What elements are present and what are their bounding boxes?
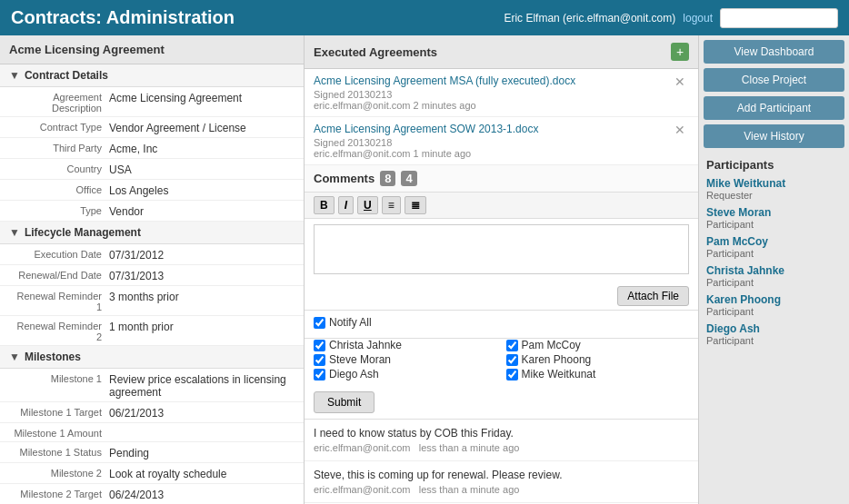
doc-meta-0: eric.elfman@onit.com 2 minutes ago	[314, 100, 476, 111]
document-item-1: Acme Licensing Agreement SOW 2013-1.docx…	[305, 117, 698, 165]
remove-document-0[interactable]: ✕	[671, 74, 689, 89]
field-country: Country USA	[0, 159, 304, 180]
logout-link[interactable]: logout	[683, 12, 713, 25]
executed-agreements-title: Executed Agreements +	[305, 35, 698, 69]
participant-0: Mike Weitkunat Requester	[706, 177, 842, 201]
search-input[interactable]	[720, 8, 838, 28]
page-title: Contracts: Administration	[11, 7, 235, 28]
participant-3: Christa Jahnke Participant	[706, 264, 842, 288]
check-steve-input[interactable]	[314, 354, 325, 366]
arrow-icon-milestones: ▼	[9, 351, 20, 363]
field-milestone-1-amount: Milestone 1 Amount	[0, 423, 304, 442]
document-list: Acme Licensing Agreement MSA (fully exec…	[305, 69, 698, 165]
document-link-0[interactable]: Acme Licensing Agreement MSA (fully exec…	[314, 74, 575, 87]
milestones-fields: Milestone 1 Review price escalations in …	[0, 369, 304, 504]
participant-role-3: Participant	[706, 277, 842, 288]
contract-details-fields: Agreement Description Acme Licensing Agr…	[0, 87, 304, 222]
check-mike-label: Mike Weitkunat	[522, 368, 596, 380]
add-document-button[interactable]: +	[671, 43, 689, 61]
participants-label: Participants	[706, 158, 842, 172]
section-contract-details-label: Contract Details	[25, 69, 108, 82]
comment-entry-0: I need to know status by COB this Friday…	[305, 420, 698, 461]
comment-time-1: less than a minute ago	[419, 484, 520, 495]
submit-row: Submit	[305, 386, 698, 420]
check-diego-input[interactable]	[314, 369, 325, 380]
field-office: Office Los Angeles	[0, 180, 304, 201]
doc-meta-1: eric.elfman@onit.com 1 minute ago	[314, 148, 471, 159]
check-pam-input[interactable]	[506, 340, 518, 351]
check-pam-label: Pam McCoy	[522, 339, 581, 351]
check-karen-input[interactable]	[506, 354, 518, 366]
view-history-button[interactable]: View History	[704, 124, 844, 148]
section-contract-details: ▼ Contract Details	[0, 64, 304, 87]
field-third-party: Third Party Acme, Inc	[0, 138, 304, 159]
check-diego: Diego Ash	[314, 368, 497, 380]
participant-name-0: Mike Weitkunat	[706, 177, 842, 190]
main-layout: Acme Licensing Agreement ▼ Contract Deta…	[0, 35, 849, 504]
field-agreement-description: Agreement Description Acme Licensing Agr…	[0, 87, 304, 117]
check-steve: Steve Moran	[314, 353, 497, 366]
close-project-button[interactable]: Close Project	[704, 68, 844, 92]
comments-header: Comments 8 4	[305, 165, 698, 193]
toolbar-bold[interactable]: B	[314, 196, 335, 214]
submit-button[interactable]: Submit	[314, 391, 375, 413]
attach-row: Attach File	[305, 282, 698, 311]
comment-input[interactable]	[314, 224, 689, 274]
participant-name-3: Christa Jahnke	[706, 264, 842, 277]
remove-document-1[interactable]: ✕	[671, 123, 689, 137]
header: Contracts: Administration Eric Elfman (e…	[0, 0, 849, 35]
check-christa-input[interactable]	[314, 340, 325, 351]
toolbar-list-ol[interactable]: ≣	[405, 196, 426, 214]
participant-role-2: Participant	[706, 248, 842, 259]
check-pam: Pam McCoy	[506, 339, 690, 351]
arrow-icon: ▼	[9, 69, 20, 82]
section-lifecycle: ▼ Lifecycle Management	[0, 222, 304, 244]
view-dashboard-button[interactable]: View Dashboard	[704, 40, 844, 64]
comment-toolbar: B I U ≡ ≣	[305, 193, 698, 219]
check-mike: Mike Weitkunat	[506, 368, 690, 380]
right-panel: View Dashboard Close Project Add Partici…	[699, 35, 849, 504]
comments-badge-1: 8	[380, 171, 395, 186]
field-renewal-end-date: Renewal/End Date 07/31/2013	[0, 265, 304, 286]
field-milestone-1-status: Milestone 1 Status Pending	[0, 442, 304, 463]
notify-all-checkbox[interactable]	[314, 317, 325, 329]
participant-2: Pam McCoy Participant	[706, 235, 842, 259]
check-christa: Christa Jahnke	[314, 339, 497, 351]
comment-author-1: eric.elfman@onit.com	[314, 484, 411, 495]
comment-area	[305, 219, 698, 282]
comments-label: Comments	[314, 172, 375, 185]
participant-name-5: Diego Ash	[706, 322, 842, 335]
check-karen-label: Karen Phoong	[522, 353, 592, 366]
lifecycle-fields: Execution Date 07/31/2012 Renewal/End Da…	[0, 244, 304, 346]
doc-signed-1: Signed 20130218	[314, 137, 392, 148]
check-steve-label: Steve Moran	[329, 353, 391, 366]
section-milestones-label: Milestones	[25, 351, 81, 363]
check-karen: Karen Phoong	[506, 353, 690, 366]
user-name: Eric Elfman (eric.elfman@onit.com)	[504, 12, 675, 25]
add-participant-button[interactable]: Add Participant	[704, 96, 844, 120]
comment-text-0: I need to know status by COB this Friday…	[314, 427, 689, 440]
participant-name-2: Pam McCoy	[706, 235, 842, 248]
comment-entry-1: Steve, this is coming up for renewal. Pl…	[305, 461, 698, 503]
notify-all-label: Notify All	[329, 316, 372, 329]
participant-4: Karen Phoong Participant	[706, 293, 842, 317]
participant-role-0: Requester	[706, 190, 842, 201]
comments-badge-2: 4	[401, 171, 416, 186]
section-lifecycle-label: Lifecycle Management	[25, 226, 141, 239]
toolbar-list-ul[interactable]: ≡	[382, 196, 401, 214]
user-info: Eric Elfman (eric.elfman@onit.com) logou…	[504, 8, 838, 28]
arrow-icon-lifecycle: ▼	[9, 226, 20, 239]
toolbar-underline[interactable]: U	[357, 196, 378, 214]
toolbar-italic[interactable]: I	[338, 196, 354, 214]
field-execution-date: Execution Date 07/31/2012	[0, 244, 304, 265]
attach-file-button[interactable]: Attach File	[617, 286, 689, 306]
field-type: Type Vendor	[0, 201, 304, 222]
comment-author-0: eric.elfman@onit.com	[314, 442, 411, 453]
check-diego-label: Diego Ash	[329, 368, 379, 380]
participant-name-4: Karen Phoong	[706, 293, 842, 306]
document-link-1[interactable]: Acme Licensing Agreement SOW 2013-1.docx	[314, 123, 538, 135]
check-mike-input[interactable]	[506, 369, 518, 380]
participant-role-1: Participant	[706, 219, 842, 230]
section-milestones: ▼ Milestones	[0, 346, 304, 369]
field-renewal-reminder-2: Renewal Reminder 2 1 month prior	[0, 316, 304, 346]
